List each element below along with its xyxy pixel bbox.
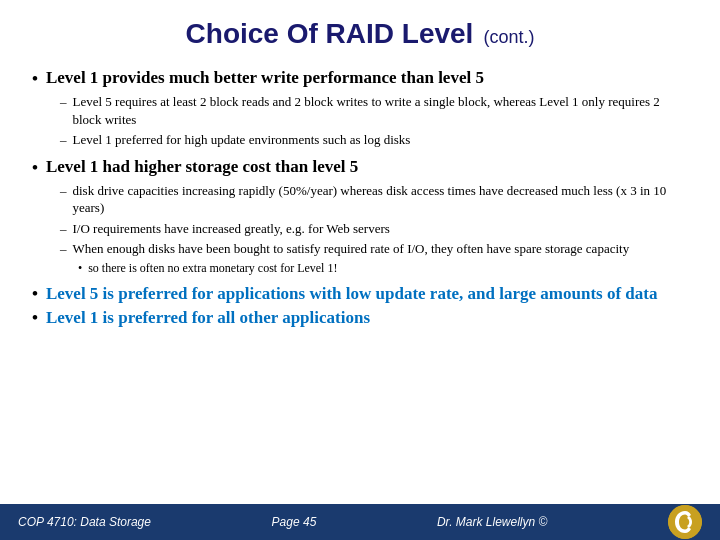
sub-sub-bullet-2-1-text: so there is often no extra monetary cost…	[88, 261, 337, 276]
footer-right: Dr. Mark Llewellyn ©	[437, 515, 547, 529]
logo-svg	[668, 505, 702, 539]
slide-title-cont: (cont.)	[483, 27, 534, 47]
sub-dash-2-3: –	[60, 240, 67, 258]
bullet-1-subs: – Level 5 requires at least 2 block read…	[60, 93, 688, 149]
sub-bullet-1-1: – Level 5 requires at least 2 block read…	[60, 93, 688, 128]
sub-dash-1-2: –	[60, 131, 67, 149]
sub-sub-dot-1: •	[78, 261, 82, 276]
highlight-bullet-1-dot: •	[32, 284, 38, 304]
footer-center: Page 45	[272, 515, 317, 529]
sub-bullet-1-1-text: Level 5 requires at least 2 block reads …	[73, 93, 689, 128]
highlight-bullet-2-dot: •	[32, 308, 38, 328]
title-area: Choice Of RAID Level (cont.)	[32, 18, 688, 50]
sub-dash-2-1: –	[60, 182, 67, 200]
sub-bullet-1-2: – Level 1 preferred for high update envi…	[60, 131, 688, 149]
slide-title-main: Choice Of RAID Level	[186, 18, 474, 49]
sub-bullet-2-1-text: disk drive capacities increasing rapidly…	[73, 182, 689, 217]
bullet-2-text: Level 1 had higher storage cost than lev…	[46, 157, 358, 177]
sub-bullet-2-1: – disk drive capacities increasing rapid…	[60, 182, 688, 217]
sub-dash-1-1: –	[60, 93, 67, 111]
bullet-2-subs: – disk drive capacities increasing rapid…	[60, 182, 688, 276]
bullet-1: • Level 1 provides much better write per…	[32, 68, 688, 89]
footer-logo	[668, 505, 702, 539]
sub-sub-bullet-2-1: • so there is often no extra monetary co…	[78, 261, 688, 276]
highlight-bullet-1-text: Level 5 is preferred for applications wi…	[46, 284, 658, 304]
footer: COP 4710: Data Storage Page 45 Dr. Mark …	[0, 504, 720, 540]
highlight-bullet-2: • Level 1 is preferred for all other app…	[32, 308, 688, 328]
sub-bullet-2-2-text: I/O requirements have increased greatly,…	[73, 220, 390, 238]
sub-dash-2-2: –	[60, 220, 67, 238]
sub-bullet-2-3: – When enough disks have been bought to …	[60, 240, 688, 258]
bullet-2: • Level 1 had higher storage cost than l…	[32, 157, 688, 178]
footer-left: COP 4710: Data Storage	[18, 515, 151, 529]
slide-content: • Level 1 provides much better write per…	[32, 60, 688, 540]
bullet-1-dot: •	[32, 69, 38, 89]
bullet-1-text: Level 1 provides much better write perfo…	[46, 68, 484, 88]
highlight-bullet-1: • Level 5 is preferred for applications …	[32, 284, 688, 304]
sub-bullet-1-2-text: Level 1 preferred for high update enviro…	[73, 131, 411, 149]
slide: Choice Of RAID Level (cont.) • Level 1 p…	[0, 0, 720, 540]
highlight-bullet-2-text: Level 1 is preferred for all other appli…	[46, 308, 370, 328]
sub-bullet-2-3-text: When enough disks have been bought to sa…	[73, 240, 630, 258]
bullet-2-dot: •	[32, 158, 38, 178]
sub-bullet-2-2: – I/O requirements have increased greatl…	[60, 220, 688, 238]
